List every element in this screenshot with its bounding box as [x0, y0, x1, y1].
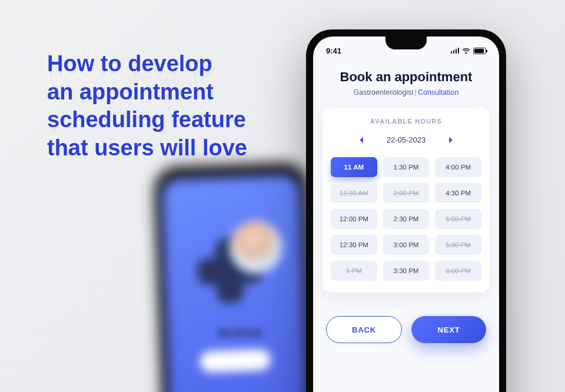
- background-app-name: MediApp: [218, 326, 263, 340]
- time-slots-grid: 11 AM1:30 PM4:00 PM11:30 AM2:00 PM4:30 P…: [331, 157, 481, 281]
- time-slot[interactable]: 1:30 PM: [383, 157, 430, 177]
- card-header: AVAILABLE HOURS: [331, 118, 481, 125]
- foreground-phone-frame: 9:41 Book an appointment Gastroenterolog…: [306, 29, 506, 392]
- date-navigator: 22-05-2023: [331, 135, 481, 144]
- foreground-phone-screen: 9:41 Book an appointment Gastroenterolog…: [313, 36, 499, 392]
- consultation-link[interactable]: Consultation: [418, 88, 459, 97]
- time-slot[interactable]: 4:30 PM: [435, 183, 481, 203]
- status-time: 9:41: [326, 46, 341, 55]
- time-slot[interactable]: 11 AM: [331, 157, 377, 177]
- action-buttons: BACK NEXT: [323, 316, 490, 343]
- next-date-button[interactable]: [448, 137, 454, 144]
- wifi-icon: [462, 48, 470, 54]
- back-button[interactable]: BACK: [326, 316, 402, 343]
- time-slot[interactable]: 4:00 PM: [435, 157, 481, 177]
- cellular-signal-icon: [451, 48, 460, 54]
- time-slot: 2:00 PM: [383, 183, 430, 203]
- time-slot: 5:30 PM: [435, 235, 481, 255]
- screen-subtitle: Gastroenterologist|Consultation: [323, 88, 490, 97]
- battery-icon: [473, 48, 486, 54]
- time-slot: 11:30 AM: [331, 183, 377, 203]
- specialty-text: Gastroenterologist: [354, 88, 414, 97]
- prev-date-button[interactable]: [358, 137, 364, 144]
- screen-title: Book an appointment: [323, 69, 490, 85]
- next-button[interactable]: NEXT: [411, 316, 486, 343]
- phone-notch: [385, 36, 427, 49]
- time-slot: 5:00 PM: [435, 209, 481, 229]
- time-slot[interactable]: 2:30 PM: [383, 209, 430, 229]
- time-slot: 1 PM: [331, 261, 377, 281]
- selected-date[interactable]: 22-05-2023: [387, 135, 426, 144]
- time-slot[interactable]: 12:00 PM: [331, 209, 377, 229]
- svg-point-0: [466, 52, 467, 53]
- time-slot[interactable]: 12:30 PM: [331, 235, 377, 255]
- chevron-right-icon: [448, 137, 454, 144]
- background-cta-button: [200, 349, 271, 373]
- page-headline: How to developan appointmentscheduling f…: [47, 50, 247, 162]
- available-hours-card: AVAILABLE HOURS 22-05-2023 11 AM1:30 PM4…: [323, 107, 490, 293]
- time-slot[interactable]: 3:00 PM: [383, 235, 430, 255]
- time-slot: 6:00 PM: [435, 261, 481, 281]
- time-slot[interactable]: 3:30 PM: [383, 261, 430, 281]
- chevron-left-icon: [358, 137, 364, 144]
